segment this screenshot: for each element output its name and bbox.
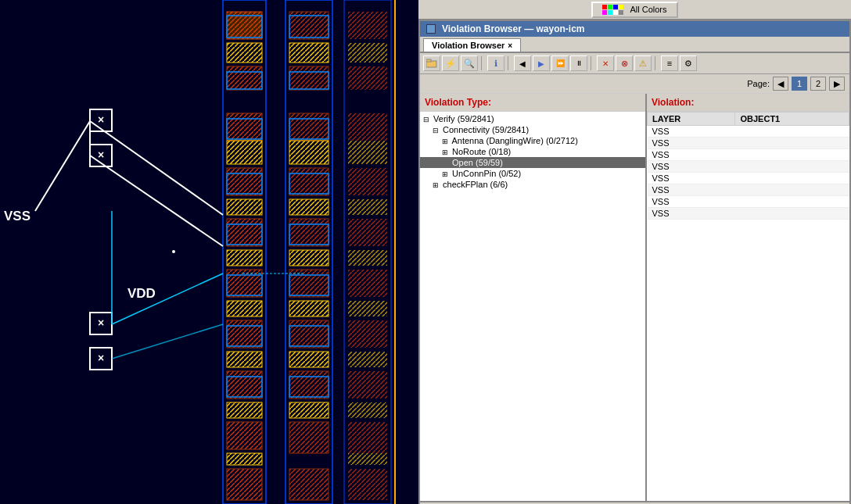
next-page-button[interactable]: ▶ — [829, 77, 845, 91]
tree-item-verify[interactable]: ⊟ Verify (59/2841) — [420, 113, 645, 124]
toolbar: ⚡ 🔍 ℹ ◀ ▶ ⏩ ⏸ ✕ ⊗ ⚠ — [420, 53, 849, 74]
svg-rect-57 — [348, 66, 387, 90]
tree-item-open[interactable]: Open (59/59) — [420, 157, 645, 168]
warning-button[interactable]: ⚠ — [634, 55, 652, 71]
svg-rect-34 — [289, 219, 329, 246]
table-row[interactable]: VSS — [648, 161, 849, 173]
svg-rect-40 — [289, 43, 329, 63]
top-bar: All Colors — [418, 0, 851, 20]
svg-rect-69 — [348, 371, 387, 399]
svg-text:×: × — [98, 316, 104, 329]
open-button[interactable] — [423, 55, 440, 71]
svg-rect-45 — [289, 352, 329, 367]
svg-rect-31 — [289, 66, 329, 90]
info-button[interactable]: ℹ — [487, 55, 504, 71]
table-row[interactable]: VSS — [648, 208, 849, 220]
search-button[interactable]: 🔍 — [461, 55, 478, 71]
svg-text:×: × — [98, 113, 104, 126]
col-object1: OBJECT1 — [735, 113, 849, 126]
svg-rect-59 — [348, 113, 387, 141]
svg-rect-32 — [289, 113, 329, 141]
back-icon: ◀ — [519, 59, 526, 68]
svg-rect-68 — [348, 352, 387, 367]
fwd-button[interactable]: ▶ — [533, 55, 550, 71]
tree-item-noroute[interactable]: ⊞ NoRoute (0/18) — [420, 146, 645, 157]
cell-layer: VSS — [648, 138, 735, 149]
description-panel: Description: Verify;Connectivity;Open: n… — [420, 501, 849, 504]
tab-violation-browser[interactable]: Violation Browser × — [423, 38, 521, 52]
tree-item-unconnpin[interactable]: ⊞ UnConnPin (0/52) — [420, 168, 645, 179]
prev-page-button[interactable]: ◀ — [773, 77, 788, 91]
violation-header: Violation: — [647, 94, 849, 112]
table-row[interactable]: VSS — [648, 126, 849, 138]
run-button[interactable]: ⚡ — [442, 55, 459, 71]
cell-layer: VSS — [648, 196, 735, 208]
separator-4 — [655, 56, 658, 70]
violation-type-header: Violation Type: — [420, 94, 645, 112]
list-icon: ≡ — [667, 59, 672, 68]
cell-layer: VSS — [648, 173, 735, 184]
svg-rect-73 — [348, 469, 387, 500]
cell-obj — [735, 208, 849, 220]
violation-table[interactable]: LAYER OBJECT1 VSS VSS VSS VSS VSS VSS VS… — [647, 112, 849, 501]
fwd-icon: ▶ — [538, 59, 544, 68]
tab-bar: Violation Browser × — [420, 37, 849, 53]
svg-rect-56 — [348, 12, 387, 39]
cell-layer: VSS — [648, 184, 735, 196]
page-2-button[interactable]: 2 — [810, 77, 826, 91]
svg-rect-72 — [348, 453, 387, 465]
svg-rect-7 — [227, 219, 262, 246]
svg-rect-18 — [227, 352, 262, 367]
table-row[interactable]: VSS — [648, 149, 849, 161]
violation-tree[interactable]: ⊟ Verify (59/2841) ⊟ Connectivity (59/28… — [420, 112, 645, 501]
tree-label: Connectivity (59/2841) — [443, 125, 529, 134]
col-layer: LAYER — [648, 113, 735, 126]
svg-rect-11 — [227, 422, 262, 449]
tree-item-checkfplan[interactable]: ⊞ checkFPlan (6/6) — [420, 179, 645, 190]
tree-item-antenna[interactable]: ⊞ Antenna (DanglingWire) (0/2712) — [420, 135, 645, 146]
expand-icon: ⊞ — [442, 148, 450, 156]
svg-rect-5 — [227, 113, 262, 141]
svg-rect-14 — [227, 141, 262, 164]
cell-obj — [735, 173, 849, 184]
svg-rect-67 — [348, 320, 387, 348]
folder-icon — [426, 59, 437, 68]
page-1-button[interactable]: 1 — [792, 77, 807, 91]
pause-button[interactable]: ⏸ — [570, 55, 587, 71]
violation-right-panel: Violation: LAYER OBJECT1 VSS VSS VSS VSS — [647, 94, 849, 501]
warning-icon: ⚠ — [639, 59, 647, 69]
tree-item-connectivity[interactable]: ⊟ Connectivity (59/2841) — [420, 124, 645, 135]
main-content: Violation Type: ⊟ Verify (59/2841) ⊟ Con… — [420, 94, 849, 501]
canvas-area: × × × × VSS VDD CSDN博客：/yaoz/vicrz.drc — [0, 0, 418, 504]
error-button[interactable]: ⊗ — [616, 55, 633, 71]
fast-fwd-button[interactable]: ⏩ — [551, 55, 569, 71]
table-row[interactable]: VSS — [648, 184, 849, 196]
cell-layer: VSS — [648, 161, 735, 173]
all-colors-button[interactable]: All Colors — [591, 2, 677, 18]
cell-obj — [735, 126, 849, 138]
tree-label: NoRoute (0/18) — [452, 147, 511, 156]
cell-obj — [735, 161, 849, 173]
svg-rect-58 — [348, 43, 387, 63]
window-icon — [426, 24, 436, 34]
separator-1 — [481, 56, 484, 70]
cell-obj — [735, 149, 849, 161]
settings-button[interactable]: ⚙ — [680, 55, 697, 71]
violation-browser-window: Violation Browser — wayon-icm Violation … — [418, 20, 851, 504]
svg-rect-37 — [289, 371, 329, 399]
svg-rect-96 — [426, 59, 431, 62]
back-button[interactable]: ◀ — [514, 55, 531, 71]
svg-rect-43 — [289, 250, 329, 266]
table-row[interactable]: VSS — [648, 173, 849, 184]
svg-rect-46 — [289, 402, 329, 418]
delete-button[interactable]: ✕ — [597, 55, 614, 71]
table-row[interactable]: VSS — [648, 196, 849, 208]
svg-rect-39 — [289, 469, 329, 500]
svg-rect-12 — [227, 469, 262, 500]
tab-close-icon[interactable]: × — [508, 41, 512, 50]
svg-rect-15 — [227, 199, 262, 215]
error-icon: ⊗ — [621, 59, 628, 69]
table-row[interactable]: VSS — [648, 138, 849, 149]
svg-rect-19 — [227, 402, 262, 418]
list-button[interactable]: ≡ — [661, 55, 678, 71]
